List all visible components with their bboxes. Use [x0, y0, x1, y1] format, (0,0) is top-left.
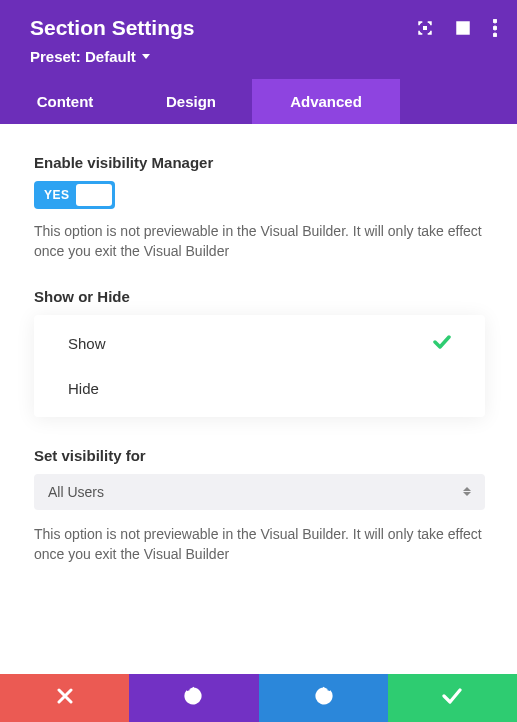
tab-content[interactable]: Content [0, 79, 130, 124]
undo-icon [184, 686, 204, 710]
tab-design[interactable]: Design [130, 79, 252, 124]
svg-rect-1 [457, 22, 469, 34]
redo-icon [313, 686, 333, 710]
option-hide-label: Hide [68, 380, 99, 397]
tabs: Content Design Advanced [0, 79, 517, 124]
enable-visibility-label: Enable visibility Manager [34, 154, 485, 171]
option-show[interactable]: Show [34, 321, 485, 366]
cancel-button[interactable] [0, 674, 129, 722]
option-show-label: Show [68, 335, 106, 352]
undo-button[interactable] [129, 674, 258, 722]
preset-label: Preset: Default [30, 48, 136, 65]
check-icon [433, 335, 451, 352]
preset-selector[interactable]: Preset: Default [30, 48, 497, 65]
confirm-button[interactable] [388, 674, 517, 722]
show-hide-label: Show or Hide [34, 288, 485, 305]
toggle-value: YES [44, 188, 70, 202]
set-visibility-label: Set visibility for [34, 447, 485, 464]
redo-button[interactable] [259, 674, 388, 722]
set-visibility-help: This option is not previewable in the Vi… [34, 524, 485, 565]
svg-rect-0 [423, 26, 427, 30]
check-icon [442, 688, 462, 708]
panel-header: Section Settings [0, 0, 517, 79]
svg-point-5 [493, 33, 497, 37]
enable-visibility-help: This option is not previewable in the Vi… [34, 221, 485, 262]
toggle-knob [76, 184, 112, 206]
focus-icon[interactable] [417, 20, 433, 36]
svg-point-3 [493, 19, 497, 23]
tab-advanced[interactable]: Advanced [252, 79, 400, 124]
select-caret-icon [463, 487, 471, 496]
footer-actions [0, 674, 517, 722]
panel-title: Section Settings [30, 16, 195, 40]
option-hide[interactable]: Hide [34, 366, 485, 411]
select-value: All Users [48, 484, 104, 500]
svg-point-4 [493, 26, 497, 30]
set-visibility-select[interactable]: All Users [34, 474, 485, 510]
panel-content: Enable visibility Manager YES This optio… [0, 124, 517, 674]
header-actions [417, 19, 497, 37]
more-icon[interactable] [493, 19, 497, 37]
enable-visibility-toggle[interactable]: YES [34, 181, 115, 209]
close-icon [57, 688, 73, 708]
caret-down-icon [142, 54, 150, 59]
layout-icon[interactable] [455, 20, 471, 36]
show-hide-options: Show Hide [34, 315, 485, 417]
